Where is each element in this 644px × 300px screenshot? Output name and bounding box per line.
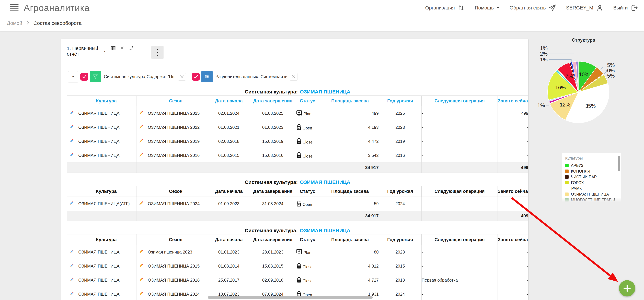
splitter-checkbox[interactable]	[192, 73, 200, 81]
edit-icon[interactable]	[138, 124, 144, 129]
edit-icon[interactable]	[69, 291, 74, 296]
column-header[interactable]: Следующая операция	[422, 96, 498, 106]
edit-culture-cell[interactable]	[67, 106, 76, 120]
legend-item[interactable]: КОНОПЛЯ	[565, 168, 621, 174]
column-header[interactable]: Дата начала	[206, 186, 252, 197]
edit-culture-cell[interactable]	[67, 287, 76, 300]
edit-season-cell[interactable]	[136, 273, 146, 287]
data-splitter-field[interactable]: Разделитель данных: Системная культура	[212, 71, 287, 82]
column-header[interactable]: Площадь засева	[321, 96, 379, 106]
edit-season-cell[interactable]	[136, 259, 146, 273]
table-row[interactable]: ОЗИМАЯ ПШЕНИЦАОзимая пшеница 202301.01.2…	[67, 245, 528, 259]
edit-season-cell[interactable]	[136, 106, 146, 120]
edit-icon[interactable]	[138, 249, 144, 254]
column-header[interactable]: Год урожая	[379, 96, 422, 106]
legend-item[interactable]: ГОРОХ	[565, 180, 621, 186]
menu-icon[interactable]	[10, 4, 18, 11]
nav-feedback[interactable]: Обратная связь	[510, 4, 556, 12]
table-row[interactable]: ОЗИМАЯ ПШЕНИЦАОЗИМАЯ ПШЕНИЦА 201902.08.2…	[67, 134, 528, 148]
horizontal-scrollbar[interactable]	[208, 296, 373, 299]
edit-icon[interactable]	[138, 152, 144, 157]
column-header[interactable]: Год урожая	[379, 234, 422, 245]
table-view-icon[interactable]	[110, 45, 116, 51]
legend-item[interactable]: РАМК	[565, 186, 621, 191]
edit-season-cell[interactable]	[136, 287, 146, 300]
edit-icon[interactable]	[69, 201, 74, 206]
edit-season-cell[interactable]	[136, 148, 146, 162]
edit-culture-cell[interactable]	[67, 120, 76, 134]
edit-culture-cell[interactable]	[67, 148, 76, 162]
edit-icon[interactable]	[138, 277, 144, 282]
more-options-button[interactable]	[151, 46, 164, 59]
table-row[interactable]: ОЗИМАЯ ПШЕНИЦАОЗИМАЯ ПШЕНИЦА 201825.07.2…	[67, 273, 528, 287]
breadcrumb-home[interactable]: Домой	[7, 20, 22, 26]
column-header[interactable]: Следующая операция	[422, 186, 498, 197]
column-header[interactable]: Дата завершения	[252, 96, 294, 106]
edit-season-cell[interactable]	[136, 120, 146, 134]
edit-icon[interactable]	[69, 249, 74, 254]
table-row[interactable]: ОЗИМАЯ ПШЕНИЦАОЗИМАЯ ПШЕНИЦА 201501.08.2…	[67, 259, 528, 273]
column-header[interactable]: Занято сейчас	[498, 186, 528, 197]
column-header[interactable]: Дата начала	[206, 234, 252, 245]
column-header[interactable]: Следующая операция	[422, 234, 498, 245]
edit-culture-cell[interactable]	[67, 197, 76, 211]
edit-season-cell[interactable]	[136, 134, 146, 148]
table-row[interactable]: ОЗИМАЯ ПШЕНИЦАОЗИМАЯ ПШЕНИЦА 201601.08.2…	[67, 148, 528, 162]
edit-icon[interactable]	[69, 110, 74, 115]
column-header[interactable]: Культура	[76, 234, 136, 245]
edit-icon[interactable]	[69, 124, 74, 129]
legend-item[interactable]: ЧИСТЫЙ ПАР	[565, 174, 621, 180]
nav-help[interactable]: Помощь	[475, 5, 500, 11]
edit-icon[interactable]	[69, 277, 74, 282]
edit-culture-cell[interactable]	[67, 134, 76, 148]
column-header[interactable]: Культура	[76, 186, 136, 197]
legend-scrollbar[interactable]	[618, 156, 620, 171]
column-header[interactable]: Статус	[294, 234, 321, 245]
table-row[interactable]: ОЗИМАЯ ПШЕНИЦАОЗИМАЯ ПШЕНИЦА 202201.08.2…	[67, 120, 528, 134]
nav-organization[interactable]: Организация	[425, 4, 465, 11]
edit-icon[interactable]	[138, 110, 144, 115]
table-row[interactable]: ОЗИМАЯ ПШЕНИЦА(АТГ)ОЗИМАЯ ПШЕНИЦА 202401…	[67, 197, 528, 211]
edit-icon[interactable]	[138, 263, 144, 268]
edit-icon[interactable]	[69, 152, 74, 157]
column-header[interactable]: Дата завершения	[252, 234, 294, 245]
column-header[interactable]: Площадь засева	[321, 234, 379, 245]
column-header[interactable]: Дата начала	[206, 96, 252, 106]
legend-item[interactable]: ОЗИМАЯ ПШЕНИЦА	[565, 191, 621, 197]
edit-icon[interactable]	[138, 291, 144, 296]
column-header[interactable]: Занято сейчас	[498, 234, 528, 245]
select-area-icon[interactable]	[119, 45, 125, 51]
column-header[interactable]: Статус	[294, 96, 321, 106]
legend-item[interactable]: АРБУЗ	[565, 163, 621, 168]
legend-item[interactable]: МНОГОЛЕТНИЕ ТРАВЫ	[565, 197, 621, 202]
edit-culture-cell[interactable]	[67, 259, 76, 273]
edit-icon[interactable]	[69, 138, 74, 143]
nav-logout[interactable]: Выйти	[613, 4, 638, 12]
edit-icon[interactable]	[138, 138, 144, 143]
add-button[interactable]	[619, 280, 635, 297]
column-header[interactable]: Занято сейчас	[498, 96, 528, 106]
column-header[interactable]: Сезон	[146, 186, 206, 197]
column-header[interactable]: Культура	[76, 96, 136, 106]
filter-condition-field[interactable]: Системная культура Содержит 'Пшеница'	[101, 71, 176, 82]
column-header[interactable]: Статус	[294, 186, 321, 197]
filter-dropdown-button[interactable]: ▼	[68, 71, 78, 82]
table-row[interactable]: ОЗИМАЯ ПШЕНИЦАОЗИМАЯ ПШЕНИЦА 202502.01.2…	[67, 106, 528, 120]
column-header[interactable]: Сезон	[146, 96, 206, 106]
edit-icon[interactable]	[69, 263, 74, 268]
edit-culture-cell[interactable]	[67, 273, 76, 287]
column-header[interactable]: Дата завершения	[252, 186, 294, 197]
edit-culture-cell[interactable]	[67, 245, 76, 259]
edit-season-cell[interactable]	[136, 245, 146, 259]
report-select[interactable]: 1. Первичный отчёт ▼	[67, 46, 106, 59]
export-icon[interactable]	[128, 45, 134, 51]
edit-season-cell[interactable]	[136, 197, 146, 211]
remove-splitter-button[interactable]	[290, 73, 298, 81]
column-header[interactable]: Сезон	[146, 234, 206, 245]
filter-checkbox[interactable]	[80, 73, 88, 81]
edit-icon[interactable]	[138, 201, 144, 206]
nav-user[interactable]: SERGEY_M	[566, 4, 604, 11]
column-header[interactable]: Площадь засева	[321, 186, 379, 197]
remove-filter-button[interactable]	[178, 73, 186, 81]
column-header[interactable]: Год урожая	[379, 186, 422, 197]
